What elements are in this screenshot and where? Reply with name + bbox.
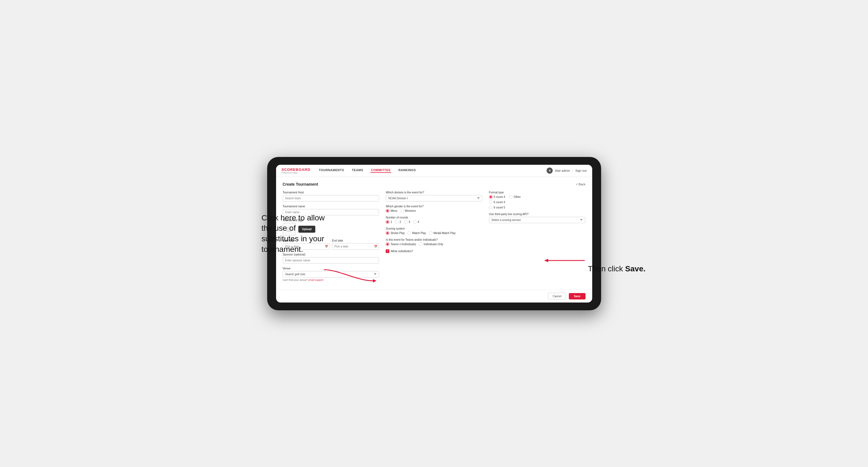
page-header: Create Tournament < Back — [283, 182, 586, 186]
scoring-api-group: Use third-party live scoring API? Select… — [489, 213, 586, 223]
format-type-label: Format type — [489, 191, 586, 194]
division-select[interactable]: NCAA Division I — [386, 195, 482, 201]
svg-marker-1 — [544, 259, 548, 262]
format-5count4-radio[interactable] — [489, 195, 493, 199]
tournament-name-label: Tournament name — [283, 205, 379, 208]
scoring-api-label: Use third-party live scoring API? — [489, 213, 586, 216]
format-6count5-radio[interactable] — [489, 206, 493, 209]
format-other-radio[interactable] — [509, 195, 513, 199]
rounds-2[interactable]: 2 — [395, 220, 401, 224]
annotation-left: Click here to allow the use of substitut… — [261, 213, 329, 255]
format-6count4-radio[interactable] — [489, 200, 493, 204]
rounds-3-radio[interactable] — [404, 220, 407, 224]
logo-title: SCOREBOARD — [282, 167, 311, 172]
format-5count4[interactable]: 5 count 4 — [489, 195, 505, 199]
scoring-system-group: Scoring system Stroke Play Match Play — [386, 227, 482, 235]
allow-substitutes-item[interactable]: Allow substitutes? — [386, 249, 482, 253]
allow-substitutes-label: Allow substitutes? — [391, 250, 413, 253]
team-individual-group: Is this event for Teams and/or Individua… — [386, 238, 482, 246]
arrow-left — [321, 267, 377, 285]
nav-rankings[interactable]: RANKINGS — [398, 168, 416, 173]
rounds-radio-group: 1 2 3 — [386, 220, 482, 224]
format-type-group: Format type 5 count 4 Other — [489, 191, 586, 209]
format-row-3: 6 count 5 — [489, 206, 586, 209]
format-6count4[interactable]: 6 count 4 — [489, 200, 505, 204]
form-col-3: Format type 5 count 4 Other — [489, 191, 586, 285]
rounds-3[interactable]: 3 — [404, 220, 410, 224]
app-logo: SCOREBOARD Powered by clippd — [282, 167, 311, 174]
format-row-1: 5 count 4 Other — [489, 195, 586, 199]
scoring-match-radio[interactable] — [407, 231, 411, 235]
format-row-2: 6 count 4 — [489, 200, 586, 204]
tournament-host-input[interactable] — [283, 195, 379, 201]
page-title: Create Tournament — [283, 182, 318, 186]
nav-username: blair admin — [555, 169, 570, 172]
form-footer: Cancel Save — [276, 290, 592, 303]
scoring-api-select[interactable]: Select a scoring service — [489, 217, 586, 223]
annotation-right: Then click Save. — [588, 263, 646, 274]
scoring-stroke-radio[interactable] — [386, 231, 389, 235]
team-individual-radio-group: Teams (+Individuals) Individuals Only — [386, 242, 482, 246]
rounds-group: Number of rounds 1 2 — [386, 216, 482, 224]
form-col-2: Which division is the event for? NCAA Di… — [386, 191, 482, 285]
nav-committee[interactable]: COMMITTEE — [370, 168, 391, 173]
scoring-radio-group: Stroke Play Match Play Medal Match Play — [386, 231, 482, 235]
gender-womens-radio[interactable] — [400, 209, 404, 213]
team-individual-label: Is this event for Teams and/or Individua… — [386, 238, 482, 241]
nav-tournaments[interactable]: TOURNAMENTS — [318, 168, 344, 173]
tournament-host-group: Tournament Host — [283, 191, 379, 201]
scoring-medal[interactable]: Medal Match Play — [429, 231, 456, 235]
signout-link[interactable]: Sign out — [575, 169, 586, 172]
nav-right: B blair admin | Sign out — [547, 167, 586, 174]
calendar-icon-end: 📅 — [374, 245, 377, 248]
back-button[interactable]: < Back — [576, 183, 586, 186]
gender-radio-group: Mens Womens — [386, 209, 482, 213]
allow-substitutes-group: Allow substitutes? — [386, 249, 482, 253]
gender-label: Which gender is the event for? — [386, 205, 482, 208]
logo-subtitle: Powered by clippd — [282, 172, 311, 174]
gender-mens-radio[interactable] — [386, 209, 389, 213]
scoring-match[interactable]: Match Play — [407, 231, 426, 235]
teams-individuals[interactable]: Teams (+Individuals) — [386, 242, 416, 246]
navigation: SCOREBOARD Powered by clippd TOURNAMENTS… — [276, 165, 592, 177]
nav-teams[interactable]: TEAMS — [351, 168, 364, 173]
end-date-group: End date 📅 — [332, 239, 379, 250]
teams-individuals-radio[interactable] — [386, 242, 389, 246]
format-6count5[interactable]: 6 count 5 — [489, 206, 505, 209]
format-other[interactable]: Other — [509, 195, 521, 199]
arrow-right — [543, 255, 587, 267]
end-date-input[interactable] — [332, 243, 379, 250]
cancel-button[interactable]: Cancel — [548, 293, 566, 300]
rounds-1[interactable]: 1 — [386, 220, 392, 224]
rounds-4[interactable]: 4 — [413, 220, 420, 224]
avatar: B — [547, 167, 553, 174]
division-label: Which division is the event for? — [386, 191, 482, 194]
gender-mens[interactable]: Mens — [386, 209, 397, 213]
gender-group: Which gender is the event for? Mens Wome… — [386, 205, 482, 213]
format-radio-group: 5 count 4 Other — [489, 195, 586, 209]
rounds-4-radio[interactable] — [413, 220, 416, 224]
scoring-medal-radio[interactable] — [429, 231, 432, 235]
save-button[interactable]: Save — [569, 293, 585, 300]
rounds-label: Number of rounds — [386, 216, 482, 219]
rounds-1-radio[interactable] — [386, 220, 389, 224]
individuals-only-radio[interactable] — [419, 242, 423, 246]
gender-womens[interactable]: Womens — [400, 209, 416, 213]
nav-links: TOURNAMENTS TEAMS COMMITTEE RANKINGS — [318, 168, 547, 173]
end-date-label: End date — [332, 239, 379, 242]
end-date-wrap: 📅 — [332, 243, 379, 250]
rounds-2-radio[interactable] — [395, 220, 399, 224]
tournament-host-label: Tournament Host — [283, 191, 379, 194]
individuals-only[interactable]: Individuals Only — [419, 242, 443, 246]
svg-marker-0 — [373, 279, 376, 282]
scoring-stroke[interactable]: Stroke Play — [386, 231, 405, 235]
sponsor-input[interactable] — [283, 257, 379, 263]
division-group: Which division is the event for? NCAA Di… — [386, 191, 482, 201]
allow-substitutes-checkbox[interactable] — [386, 249, 389, 253]
scoring-system-label: Scoring system — [386, 227, 482, 230]
